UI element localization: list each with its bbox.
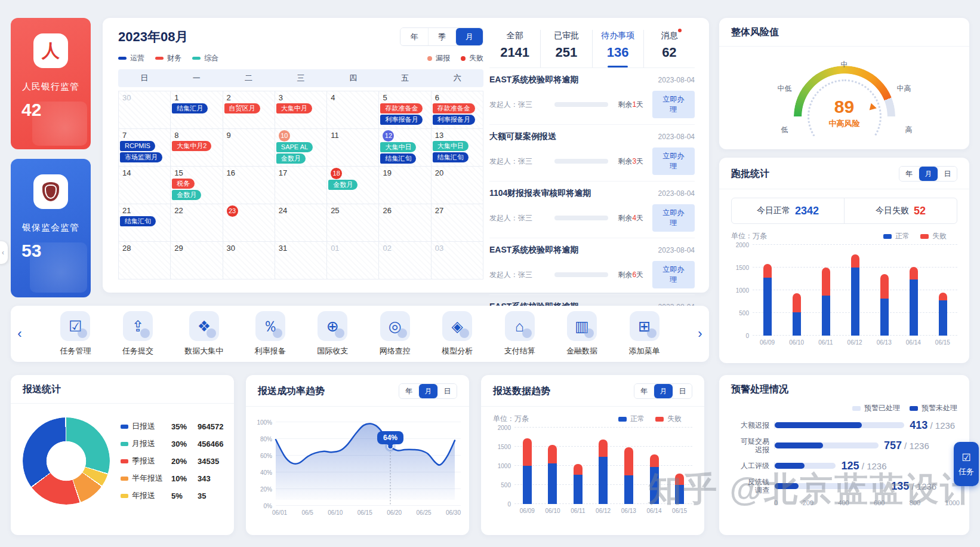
range-tab-月[interactable]: 月 <box>418 384 437 398</box>
calendar-event[interactable]: 结集汇旬 <box>380 153 416 164</box>
range-tab-日[interactable]: 日 <box>437 384 457 398</box>
shortcut-利率报备[interactable]: ％利率报备 <box>255 311 286 357</box>
shortcut-国际收支[interactable]: ⊕国际收支 <box>317 311 348 357</box>
calendar-event[interactable]: 市场监测月 <box>120 152 162 162</box>
calendar-day-cell[interactable]: 26 <box>379 204 431 242</box>
calendar-event[interactable]: 金数月 <box>276 153 306 164</box>
calendar-day-cell[interactable]: 11 <box>327 129 379 167</box>
task-tab-全部[interactable]: 全部2141 <box>489 30 541 67</box>
range-tab-月[interactable]: 月 <box>919 167 938 181</box>
range-tab-日[interactable]: 日 <box>673 384 692 398</box>
task-tab-待办事项[interactable]: 待办事项136 <box>593 30 644 67</box>
weekday-label: 日 <box>118 73 170 84</box>
calendar-day-cell[interactable]: 12大集中日结集汇旬 <box>379 129 431 167</box>
range-tab-季[interactable]: 季 <box>428 28 455 45</box>
range-tab-年[interactable]: 年 <box>400 28 428 45</box>
calendar-event[interactable]: 结集汇旬 <box>433 152 469 162</box>
calendar-day-cell[interactable]: 31 <box>275 242 327 279</box>
calendar-event[interactable]: 大集中日 <box>380 142 416 152</box>
y-tick-label: 0% <box>252 503 272 509</box>
range-tab-月[interactable]: 月 <box>654 384 673 398</box>
floating-task-button[interactable]: ☑ 任务 <box>954 442 979 486</box>
calendar-day-cell[interactable]: 21结集汇旬 <box>119 204 171 242</box>
calendar-day-cell[interactable]: 16 <box>223 167 275 204</box>
calendar-event[interactable]: 存款准备金 <box>380 103 423 113</box>
x-tick-label: 06/15 <box>358 509 372 516</box>
calendar-day-cell[interactable]: 25 <box>327 204 379 242</box>
calendar-event[interactable]: 税务 <box>172 179 195 189</box>
calendar-day-cell[interactable]: 20 <box>432 167 483 204</box>
range-tab-年[interactable]: 年 <box>899 167 919 181</box>
calendar-day-cell[interactable]: 18金数月 <box>327 167 379 204</box>
calendar-day-cell[interactable]: 17 <box>275 167 327 204</box>
shortcut-支付结算[interactable]: ⌂支付结算 <box>504 311 535 357</box>
shortcut-添加菜单[interactable]: ⊞添加菜单 <box>629 311 660 357</box>
sidebar-card-cbirc[interactable]: 银保监会监管 53 <box>11 159 91 297</box>
calendar-event[interactable]: 金数月 <box>328 180 358 190</box>
calendar-event[interactable]: 金数月 <box>172 190 201 200</box>
task-tab-消息[interactable]: 消息62 <box>644 30 695 67</box>
handle-now-button[interactable]: 立即办理 <box>652 204 695 232</box>
calendar-event[interactable]: 大集中月 <box>276 103 312 113</box>
calendar-day-cell[interactable]: 01 <box>327 242 379 279</box>
calendar-day-cell[interactable]: 5存款准备金利率报备月 <box>379 91 431 129</box>
calendar-day-cell[interactable]: 24 <box>275 204 327 242</box>
calendar-event[interactable]: 存款准备金 <box>433 103 475 113</box>
shortcut-scroll-left-icon[interactable]: ‹ <box>11 326 29 342</box>
range-tab-年[interactable]: 年 <box>399 384 418 398</box>
calendar-day-cell[interactable]: 7RCPMIS市场监测月 <box>119 129 171 167</box>
calendar-event[interactable]: 利率报备月 <box>433 115 475 125</box>
legend-item: 运营 <box>118 53 144 63</box>
calendar-day-cell[interactable]: 03 <box>432 242 483 279</box>
calendar-day-cell[interactable]: 27 <box>432 204 483 242</box>
calendar-day-cell[interactable]: 23 <box>223 204 275 242</box>
calendar-day-cell[interactable]: 30 <box>223 242 275 279</box>
calendar-day-cell[interactable]: 10SAPE AL金数月 <box>275 129 327 167</box>
alert-bar: 413 / 1236 <box>774 422 960 429</box>
range-tab-月[interactable]: 月 <box>455 28 483 45</box>
calendar-event[interactable]: 大集中月2 <box>172 141 211 151</box>
calendar-day-cell[interactable]: 4 <box>327 91 379 129</box>
calendar-day-cell[interactable]: 29 <box>171 242 223 279</box>
calendar-day-cell[interactable]: 30 <box>119 91 171 129</box>
calendar-event[interactable]: RCPMIS <box>120 141 155 151</box>
calendar-day-cell[interactable]: 15税务金数月 <box>171 167 223 204</box>
shortcut-模型分析[interactable]: ◈模型分析 <box>442 311 473 357</box>
handle-now-button[interactable]: 立即办理 <box>652 91 695 118</box>
calendar-day-cell[interactable]: 1结集汇月 <box>171 91 223 129</box>
task-manage-icon: ☑ <box>60 311 90 341</box>
calendar-day-cell[interactable]: 02 <box>379 242 431 279</box>
calendar-day-cell[interactable]: 28 <box>119 242 171 279</box>
calendar-day-cell[interactable]: 8大集中月2 <box>171 129 223 167</box>
legend-item: 预警未处理 <box>910 403 957 413</box>
shortcut-金融数据[interactable]: ▥金融数据 <box>566 311 597 357</box>
calendar-event[interactable]: 利率报备月 <box>380 115 423 125</box>
calendar-event[interactable]: 结集汇月 <box>172 103 208 113</box>
handle-now-button[interactable]: 立即办理 <box>652 261 695 288</box>
shortcut-任务管理[interactable]: ☑任务管理 <box>60 311 91 357</box>
range-tab-日[interactable]: 日 <box>938 167 957 181</box>
calendar-day-cell[interactable]: 2自贸区月 <box>223 91 275 129</box>
task-tab-已审批[interactable]: 已审批251 <box>541 30 592 67</box>
shortcut-网络查控[interactable]: ◎网络查控 <box>380 311 411 357</box>
sidebar-card-pboc[interactable]: 人 人民银行监管 42 <box>11 18 91 149</box>
calendar-day-cell[interactable]: 9 <box>223 129 275 167</box>
calendar-day-cell[interactable]: 22 <box>171 204 223 242</box>
calendar-day-cell[interactable]: 19 <box>379 167 431 204</box>
shortcut-任务提交[interactable]: ⇪任务提交 <box>122 311 153 357</box>
calendar-day-cell[interactable]: 13大集中日结集汇旬 <box>432 129 483 167</box>
x-tick-label: 06/12 <box>848 339 862 346</box>
calendar-event[interactable]: 大集中日 <box>433 141 469 151</box>
handle-now-button[interactable]: 立即办理 <box>652 147 695 175</box>
calendar-event[interactable]: 自贸区月 <box>224 103 260 113</box>
calendar-event[interactable]: SAPE AL <box>276 142 313 152</box>
range-tab-年[interactable]: 年 <box>634 384 654 398</box>
calendar-day-cell[interactable]: 14 <box>119 167 171 204</box>
calendar-event[interactable]: 结集汇旬 <box>120 216 156 226</box>
shortcut-scroll-right-icon[interactable]: › <box>691 326 709 342</box>
sidebar-collapse-button[interactable]: ‹ <box>0 241 8 264</box>
calendar-day-cell[interactable]: 6存款准备金利率报备月 <box>432 91 483 129</box>
calendar-day-cell[interactable]: 3大集中月 <box>275 91 327 129</box>
alert-fill <box>775 442 823 448</box>
shortcut-数据大集中[interactable]: ❖数据大集中 <box>184 311 223 357</box>
